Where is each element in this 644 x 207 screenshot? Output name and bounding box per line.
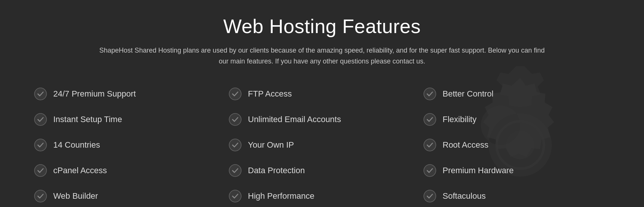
- svg-point-8: [229, 113, 241, 125]
- check-icon: [228, 189, 242, 203]
- feature-label: Unlimited Email Accounts: [248, 115, 341, 124]
- list-item: Softaculous: [419, 184, 614, 207]
- list-item: Root Access: [419, 133, 614, 157]
- svg-point-3: [35, 113, 47, 125]
- feature-label: Instant Setup Time: [53, 115, 122, 124]
- feature-label: Web Builder: [53, 191, 98, 201]
- check-icon: [228, 138, 242, 152]
- feature-label: Flexibility: [443, 115, 476, 124]
- list-item: 14 Countries: [30, 133, 225, 157]
- check-icon: [34, 164, 47, 177]
- feature-label: High Performance: [248, 191, 314, 201]
- list-item: Flexibility: [419, 107, 614, 131]
- list-item: Web Builder: [30, 184, 225, 207]
- check-icon: [423, 113, 437, 126]
- check-icon: [34, 113, 47, 126]
- svg-point-11: [229, 190, 241, 202]
- check-icon: [423, 164, 437, 177]
- list-item: Premium Hardware: [419, 159, 614, 183]
- page-subtitle: ShapeHost Shared Hosting plans are used …: [97, 45, 547, 67]
- list-item: High Performance: [225, 184, 419, 207]
- feature-label: cPanel Access: [53, 166, 107, 175]
- svg-point-6: [35, 190, 47, 202]
- page-wrapper: Web Hosting Features ShapeHost Shared Ho…: [0, 0, 644, 207]
- features-column-3: Better Control Flexibility Root Access: [419, 82, 614, 207]
- check-icon: [423, 138, 437, 152]
- check-icon: [423, 87, 437, 101]
- feature-label: Your Own IP: [248, 140, 294, 150]
- check-icon: [423, 189, 437, 203]
- list-item: 24/7 Premium Support: [30, 82, 225, 106]
- feature-label: FTP Access: [248, 89, 292, 99]
- svg-point-4: [35, 139, 47, 151]
- features-column-1: 24/7 Premium Support Instant Setup Time …: [30, 82, 225, 207]
- list-item: Better Control: [419, 82, 614, 106]
- list-item: cPanel Access: [30, 159, 225, 183]
- list-item: Data Protection: [225, 159, 419, 183]
- feature-label: 14 Countries: [53, 140, 100, 150]
- features-grid: 24/7 Premium Support Instant Setup Time …: [30, 82, 614, 207]
- feature-label: Premium Hardware: [443, 166, 514, 175]
- feature-label: Root Access: [443, 140, 488, 150]
- svg-point-7: [229, 88, 241, 100]
- feature-label: 24/7 Premium Support: [53, 89, 136, 99]
- svg-point-15: [424, 165, 436, 177]
- check-icon: [34, 189, 47, 203]
- page-title: Web Hosting Features: [30, 15, 614, 38]
- list-item: Instant Setup Time: [30, 107, 225, 131]
- svg-point-9: [229, 139, 241, 151]
- svg-point-5: [35, 165, 47, 177]
- feature-label: Data Protection: [248, 166, 305, 175]
- feature-label: Softaculous: [443, 191, 486, 201]
- list-item: Unlimited Email Accounts: [225, 107, 419, 131]
- svg-point-16: [424, 190, 436, 202]
- svg-point-2: [35, 88, 47, 100]
- list-item: FTP Access: [225, 82, 419, 106]
- check-icon: [228, 87, 242, 101]
- svg-point-13: [424, 113, 436, 125]
- check-icon: [34, 87, 47, 101]
- feature-label: Better Control: [443, 89, 494, 99]
- check-icon: [228, 164, 242, 177]
- check-icon: [228, 113, 242, 126]
- features-column-2: FTP Access Unlimited Email Accounts Your…: [225, 82, 419, 207]
- svg-point-14: [424, 139, 436, 151]
- svg-point-12: [424, 88, 436, 100]
- check-icon: [34, 138, 47, 152]
- list-item: Your Own IP: [225, 133, 419, 157]
- svg-point-10: [229, 165, 241, 177]
